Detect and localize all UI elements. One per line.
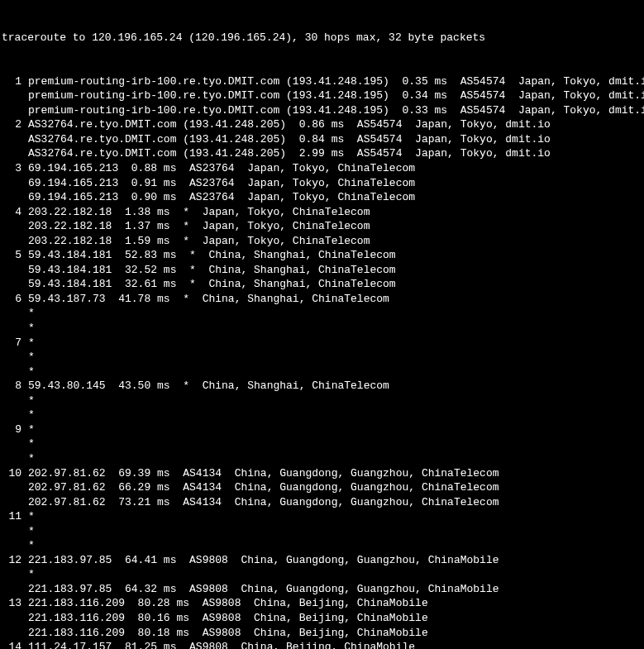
hop-number — [2, 190, 21, 205]
hop-content: * — [21, 350, 644, 365]
traceroute-line: 69.194.165.213 0.90 ms AS23764 Japan, To… — [2, 190, 644, 205]
hop-content: 59.43.184.181 52.83 ms * China, Shanghai… — [21, 248, 644, 263]
hop-content: 59.43.184.181 32.52 ms * China, Shanghai… — [21, 263, 644, 278]
hop-number: 8 — [2, 379, 21, 394]
hop-number — [2, 146, 21, 161]
hop-content: 221.183.116.209 80.28 ms AS9808 China, B… — [21, 596, 644, 611]
hop-number — [2, 611, 21, 626]
hop-content: 59.43.184.181 32.61 ms * China, Shanghai… — [21, 277, 644, 292]
hop-content: 203.22.182.18 1.59 ms * Japan, Tokyo, Ch… — [21, 234, 644, 249]
hop-number — [2, 394, 21, 408]
hop-content: 203.22.182.18 1.38 ms * Japan, Tokyo, Ch… — [21, 205, 644, 220]
hop-content: premium-routing-irb-100.re.tyo.DMIT.com … — [21, 74, 644, 89]
hop-content: premium-routing-irb-100.re.tyo.DMIT.com … — [21, 88, 644, 103]
hop-content: 59.43.80.145 43.50 ms * China, Shanghai,… — [21, 379, 644, 394]
traceroute-line: 221.183.116.209 80.18 ms AS9808 China, B… — [2, 626, 644, 641]
traceroute-line: 59.43.184.181 32.61 ms * China, Shanghai… — [2, 277, 644, 292]
traceroute-line: 2AS32764.re.tyo.DMIT.com (193.41.248.205… — [2, 117, 644, 132]
traceroute-line: 13221.183.116.209 80.28 ms AS9808 China,… — [2, 596, 644, 611]
traceroute-line: 14111.24.17.157 81.25 ms AS9808 China, B… — [2, 640, 644, 649]
traceroute-line: * — [2, 365, 644, 379]
hop-content: * — [21, 306, 644, 321]
hop-number: 1 — [2, 74, 21, 89]
hop-number — [2, 524, 21, 539]
traceroute-line: 10202.97.81.62 69.39 ms AS4134 China, Gu… — [2, 466, 644, 481]
hop-number — [2, 234, 21, 249]
traceroute-line: 659.43.187.73 41.78 ms * China, Shanghai… — [2, 292, 644, 307]
hop-content: 59.43.187.73 41.78 ms * China, Shanghai,… — [21, 292, 644, 307]
hop-content: AS32764.re.tyo.DMIT.com (193.41.248.205)… — [21, 132, 644, 147]
hop-number — [2, 567, 21, 582]
traceroute-line: 859.43.80.145 43.50 ms * China, Shanghai… — [2, 379, 644, 394]
hop-content: 221.183.116.209 80.18 ms AS9808 China, B… — [21, 626, 644, 641]
hop-number: 12 — [2, 553, 21, 568]
traceroute-line: 59.43.184.181 32.52 ms * China, Shanghai… — [2, 263, 644, 278]
traceroute-line: * — [2, 437, 644, 451]
traceroute-line: 203.22.182.18 1.59 ms * Japan, Tokyo, Ch… — [2, 234, 644, 249]
traceroute-line: 9* — [2, 422, 644, 437]
hop-content: 221.183.97.85 64.41 ms AS9808 China, Gua… — [21, 553, 644, 568]
hop-number — [2, 321, 21, 336]
hop-content: AS32764.re.tyo.DMIT.com (193.41.248.205)… — [21, 146, 644, 161]
hop-number: 11 — [2, 509, 21, 524]
traceroute-line: * — [2, 538, 644, 553]
hop-number: 2 — [2, 117, 21, 132]
hop-number — [2, 132, 21, 147]
hop-content: 202.97.81.62 73.21 ms AS4134 China, Guan… — [21, 495, 644, 510]
hop-content: * — [21, 538, 644, 553]
hop-number — [2, 451, 21, 466]
traceroute-header: traceroute to 120.196.165.24 (120.196.16… — [2, 31, 644, 45]
hop-content: premium-routing-irb-100.re.tyo.DMIT.com … — [21, 103, 644, 118]
hop-number — [2, 538, 21, 553]
hop-content: 111.24.17.157 81.25 ms AS9808 China, Bei… — [21, 640, 644, 649]
hop-number — [2, 350, 21, 365]
traceroute-line: premium-routing-irb-100.re.tyo.DMIT.com … — [2, 88, 644, 103]
hop-number — [2, 495, 21, 510]
hop-number — [2, 103, 21, 118]
hop-number: 13 — [2, 596, 21, 611]
hop-content: * — [21, 365, 644, 379]
hop-number: 5 — [2, 248, 21, 263]
hop-content: 202.97.81.62 66.29 ms AS4134 China, Guan… — [21, 480, 644, 495]
traceroute-line: AS32764.re.tyo.DMIT.com (193.41.248.205)… — [2, 132, 644, 147]
hop-number — [2, 365, 21, 379]
traceroute-line: * — [2, 394, 644, 408]
hop-content: * — [21, 422, 644, 437]
traceroute-line: 4203.22.182.18 1.38 ms * Japan, Tokyo, C… — [2, 205, 644, 220]
hop-content: 69.194.165.213 0.91 ms AS23764 Japan, To… — [21, 176, 644, 191]
hop-content: * — [21, 509, 644, 524]
hop-content: * — [21, 408, 644, 422]
hop-number — [2, 219, 21, 234]
hop-number: 3 — [2, 161, 21, 176]
traceroute-line: * — [2, 451, 644, 466]
hop-content: * — [21, 394, 644, 408]
traceroute-line: 202.97.81.62 66.29 ms AS4134 China, Guan… — [2, 480, 644, 495]
hop-content: 69.194.165.213 0.90 ms AS23764 Japan, To… — [21, 190, 644, 205]
traceroute-line: 12221.183.97.85 64.41 ms AS9808 China, G… — [2, 553, 644, 568]
hop-content: 221.183.97.85 64.32 ms AS9808 China, Gua… — [21, 582, 644, 597]
hop-number — [2, 88, 21, 103]
traceroute-line: 7* — [2, 336, 644, 351]
traceroute-line: 559.43.184.181 52.83 ms * China, Shangha… — [2, 248, 644, 263]
traceroute-line: * — [2, 350, 644, 365]
traceroute-line: * — [2, 306, 644, 321]
hop-number — [2, 408, 21, 422]
traceroute-line: * — [2, 321, 644, 336]
hop-number: 4 — [2, 205, 21, 220]
hop-content: AS32764.re.tyo.DMIT.com (193.41.248.205)… — [21, 117, 644, 132]
traceroute-line: 69.194.165.213 0.91 ms AS23764 Japan, To… — [2, 176, 644, 191]
hop-number: 10 — [2, 466, 21, 481]
traceroute-line: 221.183.97.85 64.32 ms AS9808 China, Gua… — [2, 582, 644, 597]
hop-content: * — [21, 336, 644, 351]
hop-number — [2, 176, 21, 191]
hop-content: * — [21, 567, 644, 582]
hop-number — [2, 306, 21, 321]
hop-content: * — [21, 451, 644, 466]
terminal-output: traceroute to 120.196.165.24 (120.196.16… — [0, 0, 644, 649]
hop-number: 7 — [2, 336, 21, 351]
traceroute-line: AS32764.re.tyo.DMIT.com (193.41.248.205)… — [2, 146, 644, 161]
hop-number — [2, 480, 21, 495]
traceroute-line: premium-routing-irb-100.re.tyo.DMIT.com … — [2, 103, 644, 118]
hop-content: * — [21, 321, 644, 336]
hop-content: 202.97.81.62 69.39 ms AS4134 China, Guan… — [21, 466, 644, 481]
